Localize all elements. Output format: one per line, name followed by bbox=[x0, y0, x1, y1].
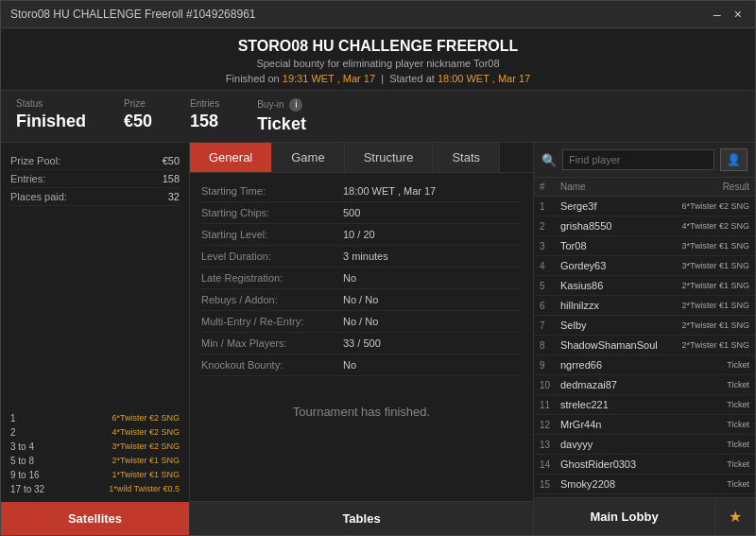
window-controls: – × bbox=[710, 7, 746, 22]
general-row: Knockout Bounty:No bbox=[201, 354, 522, 376]
list-item[interactable]: 15 Smoky2208 Ticket bbox=[534, 475, 755, 494]
place-prize: 4*Twister €2 SNG bbox=[112, 427, 180, 438]
list-item[interactable]: 13 davyyy Ticket bbox=[534, 435, 755, 455]
general-value: No bbox=[343, 272, 356, 284]
player-name: GhostRider0303 bbox=[560, 458, 674, 470]
list-item[interactable]: 6 hillnilzzx 2*Twister €1 SNG bbox=[534, 296, 755, 316]
entries-label-left: Entries: bbox=[10, 173, 45, 184]
close-button[interactable]: × bbox=[730, 7, 746, 22]
tournament-title: STORO08 HU CHALLENGE FREEROLL bbox=[1, 38, 755, 55]
player-rank: 7 bbox=[540, 320, 560, 331]
main-lobby-button[interactable]: Main Lobby bbox=[534, 498, 714, 535]
satellites-button[interactable]: Satellites bbox=[1, 502, 189, 535]
tab-structure[interactable]: Structure bbox=[345, 143, 434, 172]
entries-row: Entries: 158 bbox=[10, 170, 180, 188]
player-result: 6*Twister €2 SNG bbox=[674, 201, 749, 211]
center-panel: GeneralGameStructureStats Starting Time:… bbox=[190, 143, 533, 535]
status-value: Finished bbox=[16, 112, 86, 131]
list-item[interactable]: 7 Selby 2*Twister €1 SNG bbox=[534, 316, 755, 336]
list-item[interactable]: 3 Tor08 3*Twister €1 SNG bbox=[534, 236, 755, 256]
search-input[interactable] bbox=[562, 149, 714, 170]
prize-pool-row: Prize Pool: €50 bbox=[10, 152, 180, 170]
player-name: Tor08 bbox=[560, 240, 674, 251]
prize-table: Prize Pool: €50 Entries: 158 Places paid… bbox=[1, 143, 189, 406]
favorite-button[interactable]: ★ bbox=[714, 498, 755, 535]
general-value: No / No bbox=[343, 316, 378, 327]
general-row: Late Registration:No bbox=[201, 268, 522, 289]
general-label: Min / Max Players: bbox=[201, 337, 343, 349]
place-rank: 3 to 4 bbox=[10, 441, 34, 452]
player-name: davyyy bbox=[560, 439, 674, 450]
status-label: Status bbox=[16, 98, 86, 109]
list-item[interactable]: 12 MrGr44n Ticket bbox=[534, 415, 755, 435]
tab-content: Starting Time:18:00 WET , Mar 17Starting… bbox=[190, 173, 533, 501]
player-rank: 11 bbox=[540, 400, 560, 410]
prize-pool-label: Prize Pool: bbox=[10, 155, 60, 166]
places-paid-row: Places paid: 32 bbox=[10, 188, 180, 206]
player-rank: 5 bbox=[540, 281, 560, 291]
list-item[interactable]: 14 GhostRider0303 Ticket bbox=[534, 455, 755, 475]
status-item-entries: Entries 158 bbox=[190, 98, 219, 134]
tournament-header: STORO08 HU CHALLENGE FREEROLL Special bo… bbox=[1, 28, 755, 91]
buyin-label: Buy-in i bbox=[257, 98, 306, 112]
player-name: Selby bbox=[560, 320, 674, 331]
status-item-prize: Prize €50 bbox=[124, 98, 152, 134]
player-name: ngrred66 bbox=[560, 359, 674, 371]
list-item[interactable]: 11 strelec221 Ticket bbox=[534, 395, 755, 415]
main-window: Storo08 HU CHALLENGE Freeroll #104926896… bbox=[0, 0, 756, 536]
player-name: Kasius86 bbox=[560, 280, 674, 291]
player-result: 3*Twister €1 SNG bbox=[674, 241, 749, 251]
list-item[interactable]: 5 Kasius86 2*Twister €1 SNG bbox=[534, 276, 755, 296]
list-item[interactable]: 10 dedmazai87 Ticket bbox=[534, 375, 755, 395]
player-result: Ticket bbox=[674, 459, 749, 469]
list-item[interactable]: 9 ngrred66 Ticket bbox=[534, 355, 755, 375]
minimize-button[interactable]: – bbox=[710, 7, 725, 22]
tab-game[interactable]: Game bbox=[272, 143, 344, 172]
general-label: Level Duration: bbox=[201, 251, 343, 262]
find-player-button[interactable]: 👤 bbox=[720, 148, 747, 171]
status-bar: Status Finished Prize €50 Entries 158 Bu… bbox=[1, 91, 755, 143]
started-time: 18:00 WET , Mar 17 bbox=[438, 73, 530, 84]
player-rank: 6 bbox=[540, 301, 560, 311]
general-value: No / No bbox=[343, 294, 378, 305]
started-label: Started at bbox=[389, 73, 435, 84]
list-item[interactable]: 8 ShadowShamanSoul 2*Twister €1 SNG bbox=[534, 336, 755, 355]
info-icon[interactable]: i bbox=[289, 98, 302, 112]
player-result: Ticket bbox=[674, 380, 749, 389]
prize-label: Prize bbox=[124, 98, 152, 109]
player-rank: 14 bbox=[540, 459, 560, 470]
general-value: 33 / 500 bbox=[343, 337, 381, 349]
player-name: strelec221 bbox=[560, 399, 674, 410]
general-value: No bbox=[343, 359, 356, 371]
player-rank: 13 bbox=[540, 440, 560, 450]
player-rank: 2 bbox=[540, 221, 560, 232]
header-num: # bbox=[540, 182, 560, 192]
general-row: Multi-Entry / Re-Entry:No / No bbox=[201, 311, 522, 333]
prize-place-row: 3 to 43*Twister €2 SNG bbox=[10, 440, 180, 454]
place-prize: 2*Twister €1 SNG bbox=[112, 456, 180, 466]
prize-pool-value: €50 bbox=[163, 155, 180, 166]
general-row: Starting Chips:500 bbox=[201, 202, 522, 224]
place-rank: 5 to 8 bbox=[10, 456, 34, 466]
general-label: Multi-Entry / Re-Entry: bbox=[201, 316, 343, 327]
general-label: Starting Time: bbox=[201, 185, 343, 197]
player-rank: 10 bbox=[540, 380, 560, 390]
list-item[interactable]: 1 Serge3f 6*Twister €2 SNG bbox=[534, 197, 755, 216]
list-item[interactable]: 2 grisha8550 4*Twister €2 SNG bbox=[534, 216, 755, 236]
general-row: Starting Time:18:00 WET , Mar 17 bbox=[201, 181, 522, 202]
prize-place-row: 17 to 321*wild Twister €0.5 bbox=[10, 482, 180, 496]
tables-button[interactable]: Tables bbox=[190, 501, 533, 535]
general-label: Starting Level: bbox=[201, 229, 343, 240]
tab-general[interactable]: General bbox=[190, 143, 272, 172]
general-value: 500 bbox=[343, 207, 360, 218]
player-result: 2*Twister €1 SNG bbox=[674, 281, 749, 290]
player-result: Ticket bbox=[674, 360, 749, 370]
tab-stats[interactable]: Stats bbox=[433, 143, 500, 172]
prize-place-row: 24*Twister €2 SNG bbox=[10, 425, 180, 440]
list-item[interactable]: 4 Gordey63 3*Twister €1 SNG bbox=[534, 256, 755, 276]
player-result: 2*Twister €1 SNG bbox=[674, 320, 749, 330]
general-label: Rebuys / Addon: bbox=[201, 294, 343, 305]
player-rank: 12 bbox=[540, 420, 560, 430]
place-prize: 6*Twister €2 SNG bbox=[112, 413, 180, 424]
prize-places: 16*Twister €2 SNG24*Twister €2 SNG3 to 4… bbox=[1, 406, 189, 502]
